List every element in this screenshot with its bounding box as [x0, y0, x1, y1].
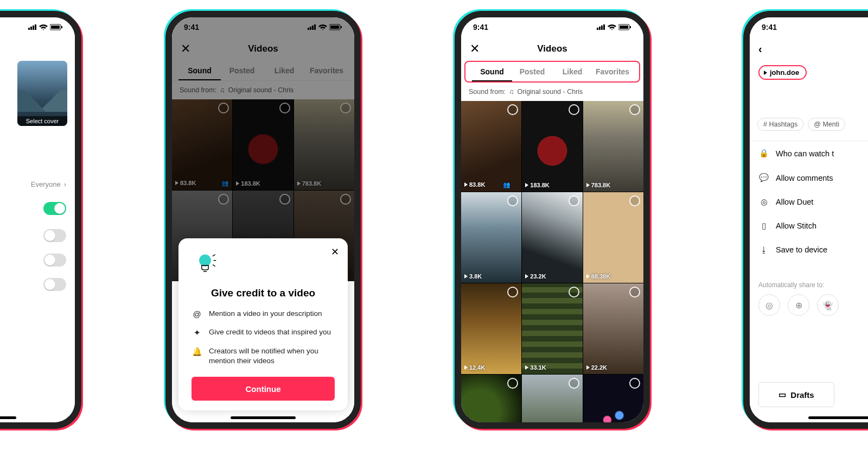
people-icon: 👥	[503, 181, 510, 188]
toggle-comments[interactable]	[43, 202, 66, 215]
video-thumb[interactable]	[583, 375, 643, 422]
stitch-icon: ▯	[758, 221, 769, 230]
back-icon[interactable]: ‹	[758, 43, 762, 55]
video-thumb[interactable]: 83.8K👥	[461, 101, 521, 192]
download-icon: ⭳	[758, 245, 769, 254]
play-icon	[764, 71, 767, 75]
play-icon	[586, 274, 590, 278]
video-thumb[interactable]: 22.2K	[583, 283, 643, 374]
video-thumb[interactable]	[461, 375, 521, 422]
mentions-chip[interactable]: @ Menti	[808, 118, 845, 131]
video-thumb[interactable]: 88.38K	[583, 192, 643, 283]
toggle-save[interactable]	[43, 278, 66, 291]
chevron-right-icon: ›	[64, 180, 66, 188]
select-circle-icon[interactable]	[629, 378, 640, 389]
status-time: 9:41	[473, 23, 488, 31]
privacy-row[interactable]: Everyone ›	[31, 180, 66, 188]
tabs-highlight: Sound Posted Liked Favorites	[464, 61, 640, 83]
credit-sheet: ✕ Give credit to a video @Mention a vide…	[178, 238, 348, 410]
close-icon[interactable]: ✕	[331, 246, 339, 258]
select-circle-icon[interactable]	[507, 378, 518, 389]
svg-line-18	[213, 265, 215, 267]
hashtags-chip[interactable]: # Hashtags	[757, 118, 803, 131]
play-icon	[464, 182, 468, 187]
bell-icon: 🔔	[192, 346, 202, 366]
credited-user-chip[interactable]: john.doe	[758, 65, 807, 80]
select-circle-icon[interactable]	[569, 378, 579, 389]
video-thumb[interactable]: 183.8K	[522, 101, 582, 192]
page-title: Videos	[537, 43, 567, 54]
row-privacy[interactable]: 🔒Who can watch t	[750, 141, 868, 166]
play-icon	[464, 365, 468, 370]
row-stitch[interactable]: ▯Allow Stitch	[750, 214, 868, 238]
header: ‹	[750, 37, 868, 61]
drafts-button[interactable]: ▭ Drafts	[758, 382, 834, 407]
svg-rect-3	[35, 24, 36, 30]
select-circle-icon[interactable]	[569, 104, 579, 115]
row-comments[interactable]: 💬Allow comments	[750, 166, 868, 190]
svg-rect-6	[61, 26, 62, 28]
tab-posted[interactable]: Posted	[512, 62, 552, 81]
svg-rect-25	[630, 26, 631, 28]
play-icon	[586, 183, 590, 187]
duet-icon: ◎	[758, 198, 769, 206]
drafts-label: Drafts	[790, 390, 814, 400]
share-label: Automatically share to:	[758, 281, 868, 289]
select-circle-icon[interactable]	[507, 287, 518, 297]
music-note-icon: ♫	[509, 88, 514, 96]
row-duet[interactable]: ◎Allow Duet	[750, 190, 868, 214]
svg-rect-0	[28, 28, 30, 30]
select-circle-icon[interactable]	[507, 195, 518, 206]
select-circle-icon[interactable]	[629, 104, 640, 115]
video-thumb[interactable]: 23.2K	[522, 192, 582, 283]
video-grid: 83.8K👥 183.8K 783.8K 3.8K 23.2K 88.38K 1…	[461, 101, 643, 422]
play-icon	[525, 274, 528, 278]
svg-rect-20	[599, 27, 601, 30]
status-bar: 9:41	[461, 17, 643, 37]
row-save[interactable]: ⭳Save to device	[750, 238, 868, 262]
play-icon	[525, 365, 528, 370]
comment-icon: 💬	[758, 173, 769, 182]
share-row: ◎ ⊕ 👻	[750, 294, 868, 316]
continue-button[interactable]: Continue	[192, 377, 335, 401]
svg-rect-1	[30, 27, 32, 30]
svg-rect-19	[597, 28, 598, 30]
status-bar: 9:41	[0, 17, 75, 37]
sparkle-icon: ✦	[192, 327, 202, 338]
share-instagram[interactable]: ◎	[758, 294, 780, 316]
select-circle-icon[interactable]	[629, 195, 640, 206]
video-thumb[interactable]: 12.4K	[461, 283, 521, 374]
close-icon[interactable]: ✕	[470, 42, 480, 56]
header: ✕ Videos	[461, 37, 643, 61]
home-indicator	[808, 416, 868, 419]
share-stories[interactable]: ⊕	[788, 294, 809, 316]
select-circle-icon[interactable]	[629, 287, 640, 297]
cover-selector[interactable]: Select cover	[17, 61, 67, 126]
video-thumb[interactable]	[522, 375, 582, 422]
toggle-duet[interactable]	[43, 229, 66, 242]
lock-icon: 🔒	[758, 149, 769, 158]
drafts-icon: ▭	[778, 390, 786, 400]
tab-sound[interactable]: Sound	[472, 62, 512, 81]
select-circle-icon[interactable]	[569, 195, 579, 206]
lightbulb-icon	[192, 250, 219, 277]
select-circle-icon[interactable]	[569, 287, 579, 297]
video-thumb[interactable]: 33.1K	[522, 283, 582, 374]
status-time: 9:41	[762, 23, 777, 31]
sound-name: Original sound - Chris	[517, 88, 583, 96]
tab-favorites[interactable]: Favorites	[592, 62, 633, 81]
share-snapchat[interactable]: 👻	[817, 294, 839, 316]
tab-liked[interactable]: Liked	[552, 62, 592, 81]
status-icons	[597, 24, 631, 30]
video-thumb[interactable]: 3.8K	[461, 192, 521, 283]
sheet-point: Creators will be notified when you menti…	[209, 346, 335, 366]
svg-rect-2	[33, 26, 34, 30]
video-thumb[interactable]: 783.8K	[583, 101, 643, 192]
toggle-stitch[interactable]	[43, 254, 66, 267]
select-circle-icon[interactable]	[507, 104, 518, 115]
play-icon	[525, 183, 528, 187]
home-indicator	[0, 416, 16, 419]
svg-rect-24	[620, 26, 628, 29]
sheet-point: Give credit to videos that inspired you	[209, 327, 331, 338]
play-icon	[464, 274, 468, 278]
